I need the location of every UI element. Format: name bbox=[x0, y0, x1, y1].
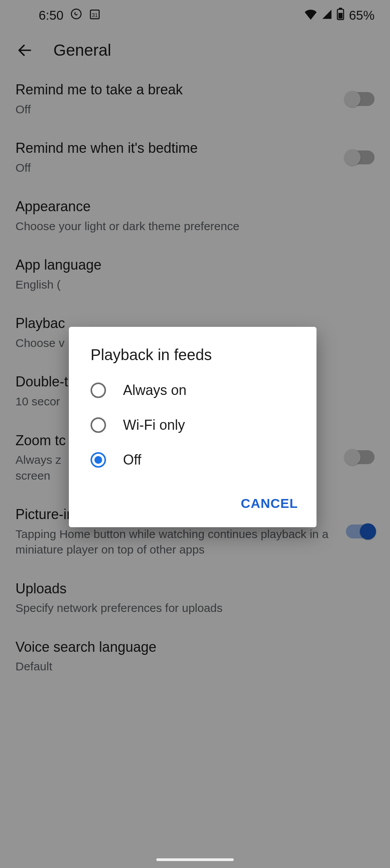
dialog-actions: CANCEL bbox=[69, 477, 316, 527]
option-wifi-only[interactable]: Wi-Fi only bbox=[69, 408, 316, 443]
nav-handle[interactable] bbox=[156, 858, 234, 861]
dialog-options: Always on Wi-Fi only Off bbox=[69, 373, 316, 477]
option-label: Off bbox=[123, 452, 141, 468]
playback-dialog: Playback in feeds Always on Wi-Fi only O… bbox=[69, 327, 316, 527]
cancel-button[interactable]: CANCEL bbox=[234, 491, 304, 516]
radio-icon bbox=[91, 383, 106, 398]
option-label: Always on bbox=[123, 382, 186, 398]
dialog-title: Playback in feeds bbox=[69, 342, 316, 373]
option-off[interactable]: Off bbox=[69, 443, 316, 477]
option-always-on[interactable]: Always on bbox=[69, 373, 316, 408]
radio-icon bbox=[91, 452, 106, 468]
radio-icon bbox=[91, 417, 106, 433]
option-label: Wi-Fi only bbox=[123, 417, 185, 433]
